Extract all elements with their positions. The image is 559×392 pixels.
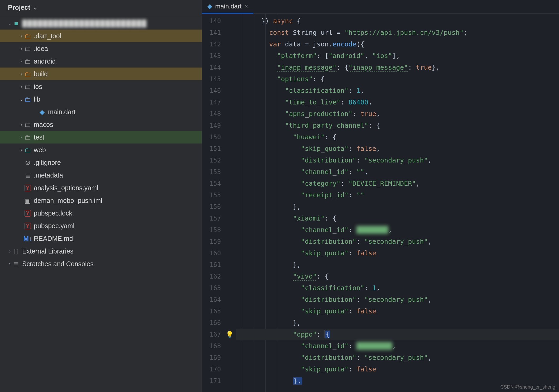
line-number: 150 xyxy=(202,131,224,143)
code-line[interactable]: }, xyxy=(236,259,559,271)
code-line[interactable]: "apns_production": true, xyxy=(236,108,559,120)
module-icon: ■ xyxy=(13,20,20,27)
tree-external-libraries[interactable]: › ⫼ External Libraries xyxy=(0,245,202,257)
code-line[interactable]: "distribution": "secondary_push", xyxy=(236,352,559,364)
code-line[interactable]: }, xyxy=(236,317,559,329)
line-number: 169 xyxy=(202,352,224,364)
tree-item-label: .idea xyxy=(34,45,48,52)
tree-scratches[interactable]: › ≣ Scratches and Consoles xyxy=(0,257,202,270)
tab-main-dart[interactable]: ◆ main.dart × xyxy=(202,0,253,13)
line-number: 155 xyxy=(202,189,224,201)
line-number: 157 xyxy=(202,213,224,224)
code-line[interactable]: "skip_quota": false xyxy=(236,247,559,259)
tree-item-label: .gitignore xyxy=(34,159,61,166)
tree-item-main-dart[interactable]: ◆ main.dart xyxy=(0,106,202,118)
tree-item-build[interactable]: › 🗀 build xyxy=(0,68,202,80)
chevron-right-icon: › xyxy=(18,46,24,51)
chevron-down-icon: ⌄ xyxy=(18,96,24,102)
tree-item-label: pubspec.lock xyxy=(34,209,72,217)
code-line[interactable]: "category": "DEVICE_REMINDER", xyxy=(236,178,559,189)
tree-item-android[interactable]: › 🗀 android xyxy=(0,55,202,68)
tree-item-ios[interactable]: › 🗀 ios xyxy=(0,80,202,93)
sidebar-header-label: Project xyxy=(8,4,30,11)
folder-icon: 🗀 xyxy=(24,58,31,65)
code-line[interactable]: "xiaomi": { xyxy=(236,213,559,224)
code-line[interactable]: }, xyxy=(236,201,559,213)
code-area[interactable]: 1401411421431441451461471481491501511521… xyxy=(202,14,559,392)
line-number: 154 xyxy=(202,178,224,189)
line-number: 168 xyxy=(202,340,224,352)
tree-item-idea[interactable]: › 🗀 .idea xyxy=(0,42,202,55)
code-line[interactable]: "classification": 1, xyxy=(236,85,559,97)
code-line[interactable]: "third_party_channel": { xyxy=(236,120,559,131)
tree-item-metadata[interactable]: ≣ .metadata xyxy=(0,169,202,181)
tree-item-readme[interactable]: M↓ README.md xyxy=(0,232,202,245)
code-line[interactable]: "distribution": "secondary_push", xyxy=(236,236,559,247)
code-line[interactable]: "channel_id": █████████, xyxy=(236,340,559,352)
dart-file-icon: ◆ xyxy=(38,108,45,116)
code-line[interactable]: "distribution": "secondary_push", xyxy=(236,155,559,166)
gutter-icons: 💡 xyxy=(224,14,236,392)
gitignore-icon: ⊘ xyxy=(24,159,31,166)
tree-item-label: lib xyxy=(34,95,40,103)
code-line[interactable]: "skip_quota": false, xyxy=(236,143,559,155)
tree-item-label: External Libraries xyxy=(22,247,74,255)
tree-item-lib[interactable]: ⌄ 🗀 lib xyxy=(0,93,202,106)
code-line[interactable]: "receipt_id": "" xyxy=(236,189,559,201)
code-line[interactable]: "inapp_message": {"inapp_message": true}… xyxy=(236,62,559,73)
code-line[interactable]: "distribution": "secondary_push", xyxy=(236,294,559,305)
line-number: 171 xyxy=(202,375,224,387)
chevron-right-icon: › xyxy=(7,261,13,267)
editor-pane: ◆ main.dart × 14014114214314414514614714… xyxy=(202,0,559,392)
line-number: 140 xyxy=(202,15,224,27)
chevron-right-icon: › xyxy=(18,135,24,140)
code-line[interactable]: "options": { xyxy=(236,73,559,85)
code-line[interactable]: "platform": ["android", "ios"], xyxy=(236,50,559,62)
intention-bulb-icon[interactable]: 💡 xyxy=(226,331,234,338)
chevron-right-icon: › xyxy=(18,122,24,127)
chevron-right-icon: › xyxy=(18,33,24,39)
close-icon[interactable]: × xyxy=(245,3,248,10)
tree-item-pubspec-lock[interactable]: Y pubspec.lock xyxy=(0,207,202,219)
code-line[interactable]: "skip_quota": false xyxy=(236,364,559,375)
tree-root[interactable]: ⌄ ■ ████████████████████████ xyxy=(0,17,202,30)
code-line-current[interactable]: "oppo": { xyxy=(236,329,559,340)
tree-item-label: test xyxy=(34,133,44,141)
code-line[interactable]: }) async { xyxy=(236,15,559,27)
line-number: 160 xyxy=(202,247,224,259)
module-file-icon: ▣ xyxy=(24,197,31,204)
code-line[interactable]: "skip_quota": false xyxy=(236,305,559,317)
code-line[interactable]: var data = json.encode({ xyxy=(236,39,559,50)
folder-icon: 🗀 xyxy=(24,146,31,154)
tree-item-analysis-options[interactable]: Y analysis_options.yaml xyxy=(0,181,202,194)
sidebar-header[interactable]: Project ⌄ xyxy=(0,0,202,15)
tree-item-macos[interactable]: › 🗀 macos xyxy=(0,118,202,131)
tree-item-pubspec-yaml[interactable]: Y pubspec.yaml xyxy=(0,219,202,232)
line-number: 146 xyxy=(202,85,224,97)
chevron-right-icon: › xyxy=(7,248,13,254)
code-line[interactable]: "channel_id": "", xyxy=(236,166,559,178)
code-line[interactable]: "channel_id": ████████, xyxy=(236,224,559,236)
code-line[interactable]: const String url = "https://api.jpush.cn… xyxy=(236,27,559,39)
line-number: 156 xyxy=(202,201,224,213)
tree-item-iml[interactable]: ▣ deman_mobo_push.iml xyxy=(0,194,202,207)
code-line[interactable]: "vivo": { xyxy=(236,271,559,282)
tree-item-dart-tool[interactable]: › 🗀 .dart_tool xyxy=(0,30,202,42)
code-line[interactable]: "time_to_live": 86400, xyxy=(236,97,559,108)
chevron-down-icon: ⌄ xyxy=(33,4,37,11)
code-editor[interactable]: }) async { const String url = "https://a… xyxy=(236,14,559,392)
chevron-right-icon: › xyxy=(18,147,24,153)
folder-icon: 🗀 xyxy=(24,83,31,90)
line-number: 148 xyxy=(202,108,224,120)
text-file-icon: ≣ xyxy=(24,171,31,179)
code-line[interactable]: "huawei": { xyxy=(236,131,559,143)
tree-item-test[interactable]: › 🗀 test xyxy=(0,131,202,144)
tree-item-web[interactable]: › 🗀 web xyxy=(0,144,202,156)
markdown-icon: M↓ xyxy=(24,235,31,242)
line-number-gutter: 1401411421431441451461471481491501511521… xyxy=(202,14,224,392)
yaml-icon: Y xyxy=(24,223,31,229)
tree-item-gitignore[interactable]: ⊘ .gitignore xyxy=(0,156,202,169)
line-number: 163 xyxy=(202,282,224,294)
project-tree[interactable]: ⌄ ■ ████████████████████████ › 🗀 .dart_t… xyxy=(0,15,202,392)
code-line[interactable]: "classification": 1, xyxy=(236,282,559,294)
